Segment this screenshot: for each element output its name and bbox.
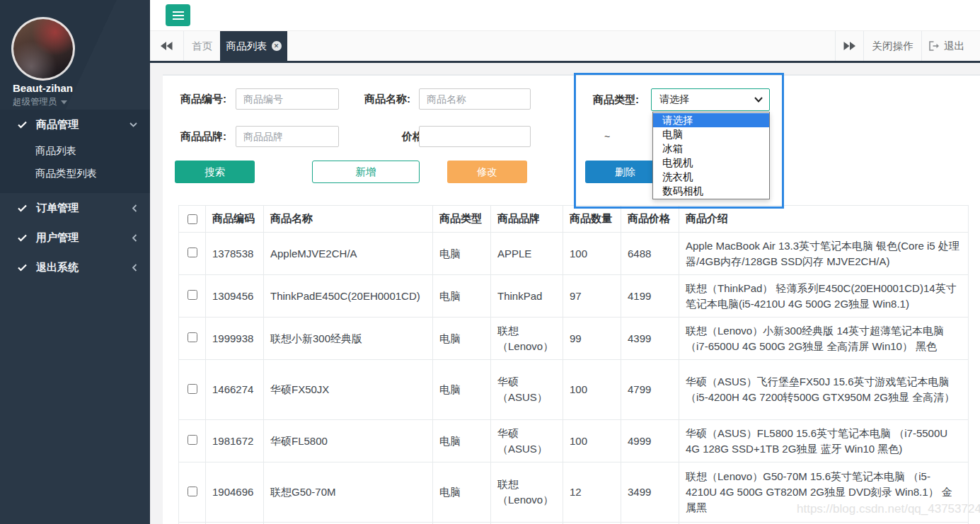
tab-product-list[interactable]: 商品列表 ✕ xyxy=(220,31,287,61)
cell-price: 4999 xyxy=(621,420,679,462)
user-profile: Beaut-zihan 超级管理员 xyxy=(0,0,150,110)
price-min-input[interactable] xyxy=(419,126,531,147)
dropdown-option[interactable]: 冰箱 xyxy=(653,141,769,156)
sidebar-item-logout[interactable]: 退出系统 xyxy=(0,252,150,282)
col-qty: 商品数量 xyxy=(563,206,621,233)
chevron-down-icon xyxy=(754,97,763,103)
sidebar-item-label: 商品管理 xyxy=(36,118,79,132)
check-icon xyxy=(18,234,27,242)
tabs-scroll-left-button[interactable] xyxy=(150,31,184,61)
tab-bar-right: 关闭操作 退出 xyxy=(835,31,980,61)
menu-group-products: 商品管理 商品列表 商品类型列表 xyxy=(0,110,150,193)
product-name-label: 商品名称: xyxy=(364,88,410,110)
row-checkbox[interactable] xyxy=(188,487,197,496)
top-navbar xyxy=(150,0,980,30)
sidebar-item-products[interactable]: 商品管理 xyxy=(0,110,150,139)
content-panel: 商品编号: 商品名称: 商品类型: 请选择 商品品牌: 价格 ~ 搜索 新增 修… xyxy=(163,74,980,524)
cell-type: 电脑 xyxy=(433,233,491,275)
cell-code: 1981672 xyxy=(206,420,264,462)
edit-button[interactable]: 修改 xyxy=(447,161,527,183)
col-desc: 商品介绍 xyxy=(679,206,969,233)
add-button[interactable]: 新增 xyxy=(312,161,420,183)
sign-out-icon xyxy=(929,41,940,51)
col-code: 商品编码 xyxy=(206,206,264,233)
cell-qty: 12 xyxy=(563,462,621,523)
table-row: 1378538 AppleMJVE2CH/A 电脑 APPLE 100 6488… xyxy=(179,233,969,275)
chevron-left-icon xyxy=(132,264,137,272)
cell-name: 联想小新300经典版 xyxy=(264,318,433,360)
row-checkbox[interactable] xyxy=(188,290,197,300)
row-checkbox[interactable] xyxy=(188,384,197,394)
double-right-icon xyxy=(843,42,855,50)
cell-price: 4199 xyxy=(621,275,679,318)
col-name: 商品名称 xyxy=(264,206,433,233)
sidebar-item-label: 退出系统 xyxy=(36,261,79,274)
sidebar-item-product-type-list[interactable]: 商品类型列表 xyxy=(0,162,150,185)
cell-price: 4399 xyxy=(621,318,679,360)
cell-desc: Apple MacBook Air 13.3英寸笔记本电脑 银色(Core i5… xyxy=(679,233,969,275)
cell-name: 联想G50-70M xyxy=(264,462,433,523)
row-checkbox[interactable] xyxy=(188,332,197,342)
avatar[interactable] xyxy=(11,17,75,81)
sidebar-item-users[interactable]: 用户管理 xyxy=(0,223,150,252)
dropdown-option[interactable]: 请选择 xyxy=(653,113,769,127)
cell-code: 1466274 xyxy=(206,360,264,420)
tabs-scroll-right-button[interactable] xyxy=(835,31,863,61)
sidebar-item-orders[interactable]: 订单管理 xyxy=(0,193,150,223)
user-name: Beaut-zihan xyxy=(13,82,73,94)
table-row: 1466274 华硕FX50JX 电脑 华硕（ASUS） 100 4799 华硕… xyxy=(179,360,969,420)
table-header-row: 商品编码 商品名称 商品类型 商品品牌 商品数量 商品价格 商品介绍 xyxy=(179,206,969,233)
cell-type: 电脑 xyxy=(433,360,491,420)
product-type-select[interactable]: 请选择 xyxy=(651,88,770,111)
table-row: 1309456 ThinkPadE450C(20EH0001CD) 电脑 Thi… xyxy=(179,275,969,318)
tab-close-icon[interactable]: ✕ xyxy=(272,41,282,51)
app-root: Beaut-zihan 超级管理员 商品管理 商品列表 商品类型列表 xyxy=(0,0,980,524)
row-checkbox[interactable] xyxy=(188,248,197,257)
col-brand: 商品品牌 xyxy=(491,206,563,233)
cell-type: 电脑 xyxy=(433,318,491,360)
sidebar-item-label: 用户管理 xyxy=(36,231,79,245)
table-row: 1981672 华硕FL5800 电脑 华硕（ASUS） 100 4999 华硕… xyxy=(179,420,969,462)
cell-qty: 100 xyxy=(563,360,621,420)
cell-brand: 联想（Lenovo） xyxy=(491,318,563,360)
sidebar-item-product-list[interactable]: 商品列表 xyxy=(0,139,150,162)
cell-qty: 99 xyxy=(563,318,621,360)
cell-desc: 联想（ThinkPad） 轻薄系列E450C(20EH0001CD)14英寸笔记… xyxy=(679,275,969,318)
dropdown-option[interactable]: 数码相机 xyxy=(653,184,769,198)
product-type-dropdown-list: 请选择 电脑 冰箱 电视机 洗衣机 数码相机 xyxy=(652,112,770,199)
row-checkbox[interactable] xyxy=(188,435,197,445)
cell-name: ThinkPadE450C(20EH0001CD) xyxy=(264,275,433,318)
dropdown-option[interactable]: 洗衣机 xyxy=(653,170,769,184)
check-icon xyxy=(18,264,27,272)
sidebar-menu: 商品管理 商品列表 商品类型列表 订单管理 用户管理 xyxy=(0,110,150,282)
col-type: 商品类型 xyxy=(433,206,491,233)
cell-brand: APPLE xyxy=(491,233,563,275)
cell-type: 电脑 xyxy=(433,462,491,523)
cell-qty: 100 xyxy=(563,233,621,275)
user-role-label: 超级管理员 xyxy=(13,96,57,108)
col-price: 商品价格 xyxy=(621,206,679,233)
product-name-input[interactable] xyxy=(419,88,531,110)
watermark-text: https://blog.csdn.net/qq_43753724 xyxy=(797,502,980,516)
sidebar: Beaut-zihan 超级管理员 商品管理 商品列表 商品类型列表 xyxy=(0,0,150,524)
logout-button[interactable]: 退出 xyxy=(921,31,980,61)
sidebar-item-label: 订单管理 xyxy=(36,202,79,215)
close-operations-button[interactable]: 关闭操作 xyxy=(863,31,921,61)
table-row: 1999938 联想小新300经典版 电脑 联想（Lenovo） 99 4399… xyxy=(179,318,969,360)
product-brand-input[interactable] xyxy=(236,126,339,147)
dropdown-option[interactable]: 电视机 xyxy=(653,156,769,170)
dropdown-option[interactable]: 电脑 xyxy=(653,127,769,141)
cell-code: 1999938 xyxy=(206,318,264,360)
tab-home[interactable]: 首页 xyxy=(184,31,220,61)
select-all-checkbox[interactable] xyxy=(188,214,197,224)
cell-brand: 华硕（ASUS） xyxy=(491,360,563,420)
price-range-separator: ~ xyxy=(604,126,610,147)
user-role[interactable]: 超级管理员 xyxy=(13,96,67,108)
double-left-icon xyxy=(161,42,173,50)
cell-desc: 华硕（ASUS）FL5800 15.6英寸笔记本电脑 （i7-5500U 4G … xyxy=(679,420,969,462)
sidebar-toggle-button[interactable] xyxy=(166,4,190,26)
product-code-input[interactable] xyxy=(236,88,339,110)
search-button[interactable]: 搜索 xyxy=(175,161,255,183)
cell-price: 6488 xyxy=(621,233,679,275)
product-code-label: 商品编号: xyxy=(180,88,226,110)
